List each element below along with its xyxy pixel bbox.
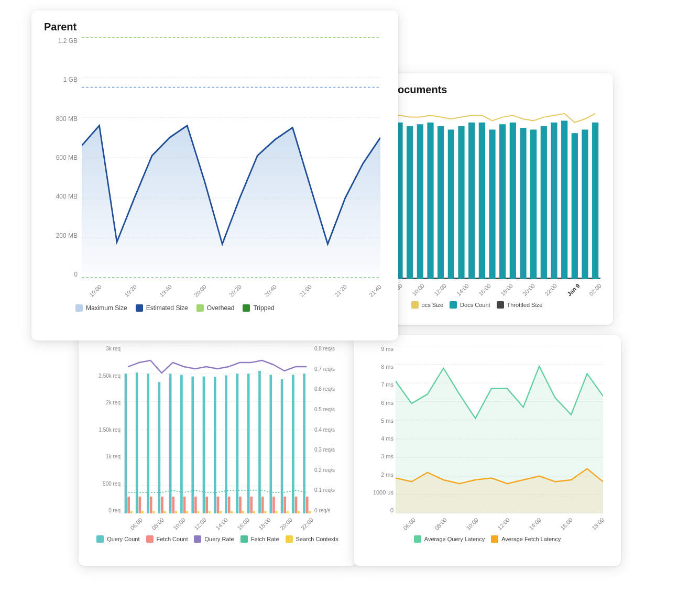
chart-card-latency: 9 ms8 ms7 ms6 ms5 ms4 ms3 ms2 ms1000 us0… xyxy=(354,335,621,566)
axis-tick: 22:00 xyxy=(300,517,314,531)
axis-tick: 2.50k req xyxy=(99,373,121,379)
axis-tick: 12:00 xyxy=(433,282,447,297)
axis-tick: 0 req xyxy=(108,508,121,513)
legend-item: Fetch Rate xyxy=(240,535,279,543)
axis-tick: 12:00 xyxy=(496,517,511,531)
legend-label: Average Fetch Latency xyxy=(501,536,561,542)
svg-rect-17 xyxy=(520,128,526,279)
svg-rect-15 xyxy=(499,124,506,279)
legend-item: Tripped xyxy=(243,304,274,312)
axis-tick: 0.5 req/s xyxy=(314,407,335,412)
axis-tick: 800 MB xyxy=(56,115,78,123)
legend-label: ocs Size xyxy=(422,302,444,308)
axis-tick: 14:00 xyxy=(214,517,229,531)
chart-plot-parent: 1.2 GB1 GB800 MB600 MB400 MB200 MB0 xyxy=(82,37,380,278)
axis-tick: 7 ms xyxy=(381,381,393,388)
svg-rect-78 xyxy=(295,497,298,513)
svg-rect-37 xyxy=(141,511,144,513)
legend-latency: Average Query LatencyAverage Fetch Laten… xyxy=(366,535,608,543)
axis-tick: 20:00 xyxy=(279,517,293,531)
svg-rect-79 xyxy=(298,511,300,513)
axis-tick: Jan 9 xyxy=(566,282,581,297)
legend-item: ocs Size xyxy=(411,301,444,309)
legend-item: Estimated Size xyxy=(136,304,188,312)
svg-rect-11 xyxy=(458,126,464,279)
axis-tick: 3k req xyxy=(106,346,121,352)
legend-queries: Query CountFetch CountQuery RateFetch Ra… xyxy=(91,535,344,543)
axis-tick: 14:00 xyxy=(528,517,542,531)
axis-tick: 0.7 req/s xyxy=(314,366,335,372)
legend-item: Throttled Size xyxy=(497,301,543,309)
axis-tick: 0.2 req/s xyxy=(314,467,335,473)
svg-rect-71 xyxy=(269,375,272,513)
legend-label: Query Rate xyxy=(204,536,234,542)
svg-rect-63 xyxy=(239,497,242,513)
legend-item: Overhead xyxy=(196,304,235,312)
svg-rect-20 xyxy=(551,123,557,279)
axis-tick: 19:20 xyxy=(123,283,138,298)
legend-item: Average Query Latency xyxy=(414,535,485,543)
legend-swatch xyxy=(411,301,419,309)
axis-tick: 12:00 xyxy=(193,517,207,531)
svg-rect-59 xyxy=(225,376,227,513)
axis-tick: 1.50k req xyxy=(99,427,121,433)
legend-label: Throttled Size xyxy=(507,302,543,308)
axis-tick: 0.1 req/s xyxy=(314,487,335,493)
legend-item: Fetch Count xyxy=(146,535,188,543)
legend-swatch xyxy=(450,301,457,309)
legend-swatch xyxy=(146,535,154,543)
legend-label: Average Query Latency xyxy=(424,536,485,542)
axis-tick: 06:00 xyxy=(129,517,144,531)
svg-rect-24 xyxy=(592,123,598,279)
svg-rect-39 xyxy=(150,497,152,513)
legend-item: Docs Count xyxy=(450,301,490,309)
svg-rect-65 xyxy=(247,374,250,513)
svg-rect-44 xyxy=(169,374,172,513)
svg-rect-48 xyxy=(183,497,186,513)
svg-rect-36 xyxy=(139,497,141,513)
legend-item: Query Count xyxy=(96,535,139,543)
axis-tick: 21:20 xyxy=(333,283,348,298)
axis-tick: 10:00 xyxy=(172,517,187,531)
axis-tick: 20:00 xyxy=(521,282,536,297)
legend-item: Query Rate xyxy=(194,535,234,543)
legend-label: Overhead xyxy=(207,304,235,312)
chart-plot-latency: 9 ms8 ms7 ms6 ms5 ms4 ms3 ms2 ms1000 us0 xyxy=(396,346,603,513)
svg-rect-16 xyxy=(510,123,516,279)
svg-rect-68 xyxy=(258,371,261,513)
axis-tick: 500 req xyxy=(103,481,121,487)
axis-tick: 600 MB xyxy=(56,154,78,161)
svg-rect-56 xyxy=(214,377,216,513)
svg-rect-9 xyxy=(438,126,444,279)
axis-tick: 19:40 xyxy=(158,283,173,298)
y-axis-parent: 1.2 GB1 GB800 MB600 MB400 MB200 MB0 xyxy=(44,37,78,278)
svg-rect-53 xyxy=(203,377,205,513)
axis-tick: 10:00 xyxy=(465,517,479,531)
svg-rect-82 xyxy=(309,511,311,513)
legend-swatch xyxy=(414,535,421,543)
svg-rect-19 xyxy=(541,126,547,279)
axis-tick: 200 MB xyxy=(56,232,78,239)
legend-swatch xyxy=(194,535,201,543)
svg-rect-41 xyxy=(158,382,161,513)
axis-tick: 9 ms xyxy=(381,346,393,352)
legend-item: Average Fetch Latency xyxy=(491,535,561,543)
axis-tick: 19:00 xyxy=(88,283,103,298)
svg-rect-22 xyxy=(572,133,578,279)
axis-tick: 4 ms xyxy=(381,435,393,442)
svg-rect-52 xyxy=(198,511,200,513)
legend-swatch xyxy=(96,535,104,543)
svg-rect-55 xyxy=(209,511,211,513)
svg-rect-81 xyxy=(306,497,309,513)
svg-rect-18 xyxy=(530,129,537,279)
svg-rect-10 xyxy=(448,129,454,279)
svg-rect-80 xyxy=(303,374,305,513)
x-axis-queries: 06:0008:0010:0012:0014:0016:0018:0020:00… xyxy=(123,517,312,523)
axis-tick: 1.2 GB xyxy=(58,37,78,45)
svg-rect-7 xyxy=(417,124,423,279)
axis-tick: 06:00 xyxy=(402,517,417,531)
legend-swatch xyxy=(196,304,204,312)
svg-rect-75 xyxy=(283,497,286,513)
axis-tick: 22:00 xyxy=(543,282,558,297)
svg-rect-61 xyxy=(231,511,233,513)
